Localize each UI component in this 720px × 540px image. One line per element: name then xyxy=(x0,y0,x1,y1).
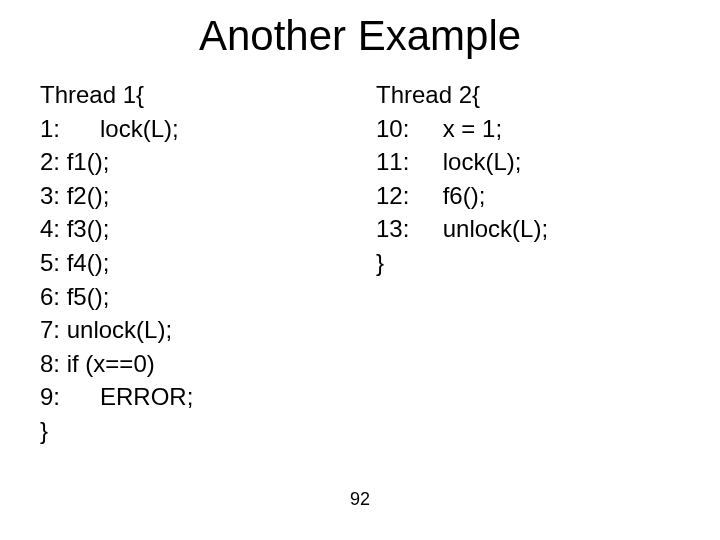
code-columns: Thread 1{ 1: lock(L); 2: f1(); 3: f2(); … xyxy=(0,78,720,448)
thread1-line-9: 9: ERROR; xyxy=(40,383,193,410)
thread1-line-2: 2: f1(); xyxy=(40,148,109,175)
thread1-line-7: 7: unlock(L); xyxy=(40,316,172,343)
thread2-line-12: 12: f6(); xyxy=(376,182,485,209)
thread1-line-1: 1: lock(L); xyxy=(40,115,179,142)
thread1-code: Thread 1{ 1: lock(L); 2: f1(); 3: f2(); … xyxy=(40,78,376,448)
thread1-close: } xyxy=(40,417,48,444)
thread2-line-10: 10: x = 1; xyxy=(376,115,502,142)
thread1-line-8: 8: if (x==0) xyxy=(40,350,155,377)
thread2-line-13: 13: unlock(L); xyxy=(376,215,548,242)
thread1-line-3: 3: f2(); xyxy=(40,182,109,209)
page-number: 92 xyxy=(0,489,720,510)
thread1-open: Thread 1{ xyxy=(40,81,144,108)
thread2-line-11: 11: lock(L); xyxy=(376,148,521,175)
thread1-line-5: 5: f4(); xyxy=(40,249,109,276)
thread1-line-4: 4: f3(); xyxy=(40,215,109,242)
thread1-line-6: 6: f5(); xyxy=(40,283,109,310)
slide-title: Another Example xyxy=(0,0,720,78)
thread2-close: } xyxy=(376,249,384,276)
slide: Another Example Thread 1{ 1: lock(L); 2:… xyxy=(0,0,720,540)
thread2-open: Thread 2{ xyxy=(376,81,480,108)
thread2-code: Thread 2{ 10: x = 1; 11: lock(L); 12: f6… xyxy=(376,78,680,448)
